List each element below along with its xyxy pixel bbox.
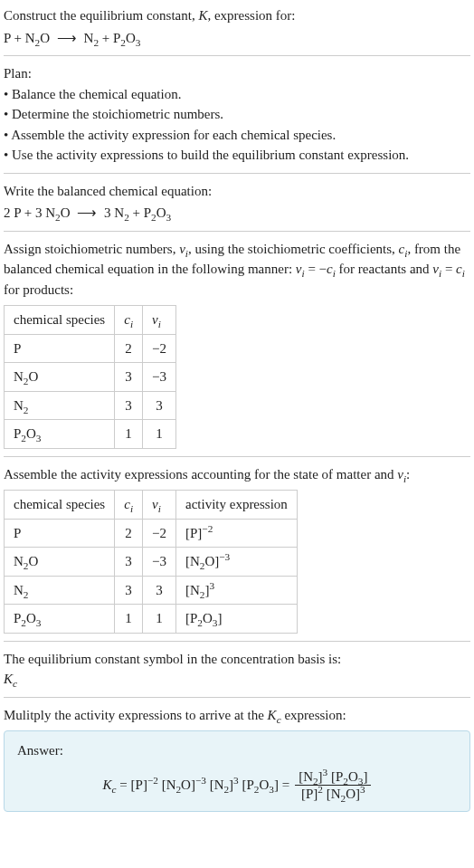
plan-bullet-4: • Use the activity expressions to build …: [4, 145, 470, 166]
multiply-section: Mulitply the activity expressions to arr…: [4, 705, 470, 812]
intro-line1b: , expression for:: [207, 8, 295, 23]
plan-section: Plan: • Balance the chemical equation. •…: [4, 63, 470, 166]
table-row: P2O3 1 1: [5, 420, 176, 449]
intro-line1: Construct the equilibrium constant,: [4, 8, 198, 23]
kc-expression: Kc = [P]−2 [N2O]−3 [N2]3 [P2O3] = [N2]3 …: [17, 768, 457, 802]
table-row: P 2 −2 [P]−2: [5, 519, 298, 548]
balanced-section: Write the balanced chemical equation: 2 …: [4, 181, 470, 224]
col-nui: νi: [143, 491, 176, 520]
col-nui: νi: [143, 306, 176, 335]
assemble-text: Assemble the activity expressions accoun…: [4, 464, 470, 485]
symbol-text: The equilibrium constant symbol in the c…: [4, 649, 470, 670]
balanced-equation: 2 P + 3 N2O ⟶ 3 N2 + P2O3: [4, 203, 470, 224]
kc-symbol: Kc: [4, 669, 470, 690]
stoichiometry-table: chemical species ci νi P 2 −2 N2O 3 −3 N…: [4, 305, 176, 449]
fraction-denominator: [P]2 [N2O]3: [298, 786, 369, 802]
plan-bullet-2: • Determine the stoichiometric numbers.: [4, 104, 470, 125]
unbalanced-equation: P + N2O ⟶ N2 + P2O3: [4, 28, 470, 49]
plan-bullet-1: • Balance the chemical equation.: [4, 84, 470, 105]
divider: [4, 641, 470, 642]
assign-section: Assign stoichiometric numbers, νi, using…: [4, 239, 470, 449]
table-row: P2O3 1 1 [P2O3]: [5, 605, 298, 634]
symbol-section: The equilibrium constant symbol in the c…: [4, 649, 470, 690]
divider: [4, 55, 470, 56]
balanced-title: Write the balanced chemical equation:: [4, 181, 470, 202]
table-row: P 2 −2: [5, 334, 176, 363]
fraction-numerator: [N2]3 [P2O3]: [295, 768, 371, 785]
answer-box: Answer: Kc = [P]−2 [N2O]−3 [N2]3 [P2O3] …: [4, 730, 470, 812]
col-activity: activity expression: [175, 491, 297, 520]
table-row: N2O 3 −3 [N2O]−3: [5, 548, 298, 577]
plan-title: Plan:: [4, 63, 470, 84]
intro-section: Construct the equilibrium constant, K, e…: [4, 5, 470, 48]
divider: [4, 173, 470, 174]
multiply-text: Mulitply the activity expressions to arr…: [4, 705, 470, 726]
intro-text: Construct the equilibrium constant, K, e…: [4, 5, 470, 26]
arrow-icon: ⟶: [77, 203, 97, 224]
answer-label: Answer:: [17, 740, 457, 761]
table-header-row: chemical species ci νi activity expressi…: [5, 491, 298, 520]
col-ci: ci: [115, 306, 143, 335]
arrow-icon: ⟶: [57, 28, 77, 49]
assign-text: Assign stoichiometric numbers, νi, using…: [4, 239, 470, 300]
divider: [4, 697, 470, 698]
table-row: N2 3 3 [N2]3: [5, 576, 298, 605]
table-row: N2O 3 −3: [5, 363, 176, 392]
assemble-section: Assemble the activity expressions accoun…: [4, 464, 470, 634]
col-species: chemical species: [5, 306, 115, 335]
col-ci: ci: [115, 491, 143, 520]
table-row: N2 3 3: [5, 391, 176, 420]
k-var: K: [198, 8, 207, 23]
table-header-row: chemical species ci νi: [5, 306, 176, 335]
divider: [4, 456, 470, 457]
plan-bullet-3: • Assemble the activity expression for e…: [4, 125, 470, 146]
activity-table: chemical species ci νi activity expressi…: [4, 490, 298, 634]
col-species: chemical species: [5, 491, 115, 520]
fraction: [N2]3 [P2O3] [P]2 [N2O]3: [295, 768, 371, 802]
divider: [4, 231, 470, 232]
